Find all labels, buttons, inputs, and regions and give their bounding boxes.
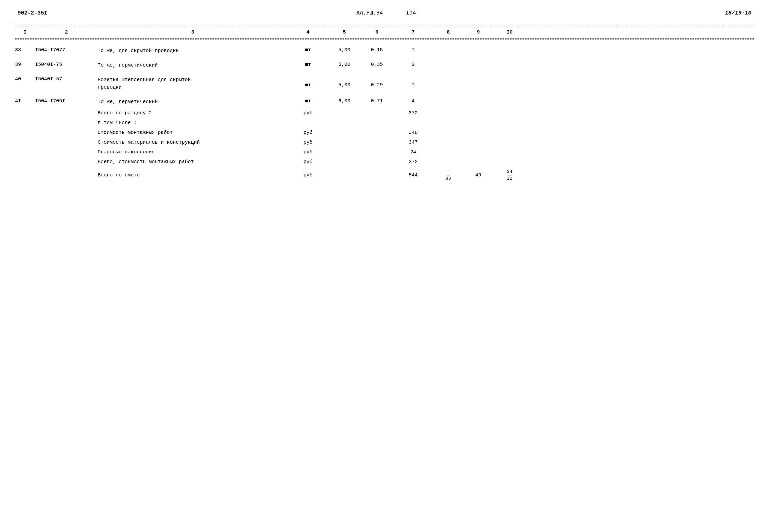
summary-row: Всего по разделу 2 руб 372 [15, 108, 754, 118]
dashed-divider-1 [15, 26, 754, 26]
fraction-denominator: 83 [446, 175, 451, 181]
col-header-1: I [15, 29, 35, 35]
dashed-divider-2 [15, 38, 754, 39]
table-row: 40 I5040I-57 Розетка штепсельная для скр… [15, 72, 754, 94]
col-header-9: 9 [463, 29, 493, 35]
row-col7: 2 [393, 62, 433, 67]
col-header-2: 2 [35, 29, 98, 35]
row-col5: 5,00 [328, 82, 360, 88]
col-header-4: 4 [288, 29, 328, 35]
row-col5: 6,00 [328, 98, 360, 104]
summary-desc: Всего по разделу 2 [98, 110, 288, 116]
summary-row: в том числе : [15, 118, 754, 128]
row-code: I504-I7077 [35, 47, 98, 53]
top-divider [15, 24, 754, 24]
summary-desc: Плановые накопления [98, 149, 288, 155]
summary-desc: в том числе : [98, 120, 288, 126]
summary-row: Всего, стоимость монтажных работ руб 372 [15, 157, 754, 167]
table-row: 38 I504-I7077 То же, для скрытой проводк… [15, 43, 754, 57]
row-col7: I [393, 82, 433, 88]
row-unit: шт [288, 62, 328, 67]
col-header-10: IO [493, 29, 526, 35]
col-header-8: 8 [433, 29, 463, 35]
fraction-numerator: 34 [507, 169, 512, 175]
row-col6: 0,29 [360, 82, 393, 88]
row-col6: 0,I5 [360, 47, 393, 53]
row-desc: То же, герметический [98, 62, 288, 69]
row-num: 4I [15, 98, 35, 104]
row-col5: 5,00 [328, 62, 360, 67]
row-unit: шт [288, 82, 328, 88]
summary-col9: 49 [463, 172, 493, 178]
row-col6: 0,7I [360, 98, 393, 104]
fraction-col8: – 83 [446, 169, 451, 181]
summary-col7: 24 [393, 149, 433, 155]
row-code: I504-I709I [35, 98, 98, 104]
summary-row: Стоимость монтажных работ руб 348 [15, 128, 754, 137]
row-num: 40 [15, 76, 35, 82]
row-desc: То же, герметический [98, 98, 288, 106]
summary-col10: 34 I2 [493, 169, 526, 181]
summary-unit: руб [288, 110, 328, 116]
row-desc: То же, для скрытой проводки [98, 47, 288, 55]
summary-row: Стоимость материалов и конструкций руб 3… [15, 137, 754, 147]
row-code: I5040I-57 [35, 76, 98, 82]
sheet-ref: Ал.УШ.84 [356, 10, 383, 16]
fraction-denominator: I2 [507, 175, 512, 181]
dashed-divider-3 [15, 40, 754, 40]
row-col7: I [393, 47, 433, 53]
row-code: I5040I-75 [35, 62, 98, 67]
column-headers: I 2 3 4 5 6 7 8 9 IO [15, 27, 754, 37]
row-col5: 5,00 [328, 47, 360, 53]
page-num: I94 [406, 10, 416, 16]
version: 18/19·10 [725, 10, 751, 16]
summary-col7: 348 [393, 130, 433, 135]
summary-col7: 372 [393, 110, 433, 116]
summary-unit: руб [288, 130, 328, 135]
doc-number: 902-2-35I [18, 10, 47, 16]
row-col7: 4 [393, 98, 433, 104]
row-num: 38 [15, 47, 35, 53]
summary-unit: руб [288, 139, 328, 145]
col-header-5: 5 [328, 29, 360, 35]
table-row: 4I I504-I709I То же, герметический шт 6,… [15, 94, 754, 108]
row-col6: 0,35 [360, 62, 393, 67]
summary-unit: руб [288, 149, 328, 155]
row-num: 39 [15, 62, 35, 67]
data-rows: 38 I504-I7077 То же, для скрытой проводк… [15, 43, 754, 183]
fraction-col10: 34 I2 [507, 169, 512, 181]
summary-desc: Всего по смете [98, 172, 288, 178]
summary-desc: Стоимость материалов и конструкций [98, 139, 288, 145]
summary-desc: Стоимость монтажных работ [98, 130, 288, 135]
table-row: 39 I5040I-75 То же, герметический шт 5,0… [15, 57, 754, 72]
fraction-numerator: – [447, 169, 450, 175]
row-desc: Розетка штепсельная для скрытой проводки [98, 76, 288, 91]
row-unit: шт [288, 47, 328, 53]
col-header-7: 7 [393, 29, 433, 35]
page-header: 902-2-35I Ал.УШ.84 I94 18/19·10 [15, 10, 754, 16]
summary-unit: руб [288, 172, 328, 178]
summary-col8: – 83 [433, 169, 463, 181]
col-header-6: 6 [360, 29, 393, 35]
summary-col7: 347 [393, 139, 433, 145]
col-header-3: 3 [98, 29, 288, 35]
summary-row: Плановые накопления руб 24 [15, 147, 754, 157]
summary-col7: 544 [393, 172, 433, 178]
summary-unit: руб [288, 159, 328, 165]
summary-col7: 372 [393, 159, 433, 165]
summary-desc: Всего, стоимость монтажных работ [98, 159, 288, 165]
row-unit: шт [288, 98, 328, 104]
summary-row: Всего по смете руб 544 – 83 49 34 I2 [15, 167, 754, 183]
